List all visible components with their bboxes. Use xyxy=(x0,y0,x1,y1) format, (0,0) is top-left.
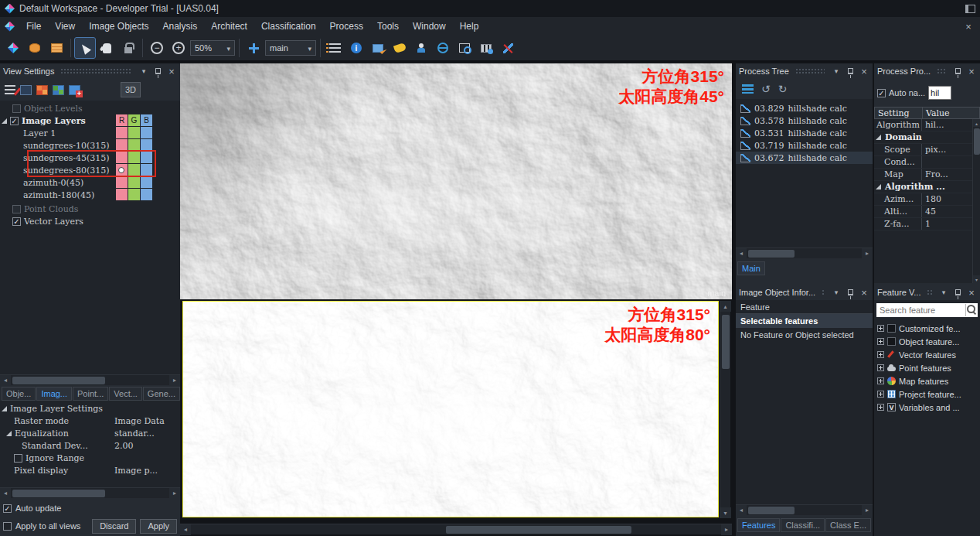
r-cell[interactable] xyxy=(116,189,128,200)
property-row[interactable]: Cond... xyxy=(874,156,972,169)
settings-row[interactable]: Standard Dev... 2.00 xyxy=(0,439,180,452)
horizontal-scrollbar[interactable] xyxy=(180,524,732,534)
property-row[interactable]: Map Fro... xyxy=(874,169,972,181)
b-cell[interactable] xyxy=(141,176,152,188)
layer-mixing-icon[interactable] xyxy=(325,38,345,58)
chevron-down-icon[interactable] xyxy=(831,66,842,77)
grid-settings-icon[interactable] xyxy=(476,38,496,58)
scroll-left-icon[interactable] xyxy=(0,488,11,499)
layer-row[interactable]: Layer 1 xyxy=(0,127,180,139)
object-info-icon[interactable] xyxy=(346,38,366,58)
close-icon[interactable] xyxy=(859,66,869,77)
menu-analysis[interactable]: Analysis xyxy=(156,19,205,34)
expand-plus-icon[interactable] xyxy=(877,391,884,398)
scroll-right-icon[interactable] xyxy=(862,505,873,516)
process-list-icon[interactable] xyxy=(742,84,754,94)
scroll-right-icon[interactable] xyxy=(862,248,873,259)
drag-handle[interactable] xyxy=(927,289,932,295)
menu-architect[interactable]: Architect xyxy=(204,19,254,34)
settings-row[interactable]: Equalization standar... xyxy=(0,427,180,439)
r-cell[interactable] xyxy=(116,127,128,138)
scroll-down-icon[interactable] xyxy=(720,507,731,518)
g-cell[interactable] xyxy=(128,139,140,151)
settings-row[interactable]: Raster mode Image Data xyxy=(0,415,180,427)
settings-root-row[interactable]: Image Layer Settings xyxy=(0,402,180,415)
tree-item-image-layers[interactable]: Image Layers R G B xyxy=(0,114,180,127)
classification-view-icon[interactable] xyxy=(390,38,410,58)
expand-plus-icon[interactable] xyxy=(877,325,884,332)
menu-tools[interactable]: Tools xyxy=(370,19,406,34)
layer-row[interactable]: azimuth-180(45) xyxy=(0,189,180,201)
close-icon[interactable] xyxy=(859,287,869,298)
settings-row[interactable]: Ignore Range xyxy=(0,452,180,464)
checkbox[interactable] xyxy=(12,205,21,213)
property-group-row[interactable]: Domain xyxy=(874,131,972,144)
expand-plus-icon[interactable] xyxy=(877,377,884,384)
property-row[interactable]: Azim... 180 xyxy=(874,193,972,206)
r-cell[interactable] xyxy=(116,176,128,188)
viewport-hillshade-45[interactable]: 方位角315° 太阳高度角45° main xyxy=(180,63,732,299)
scroll-left-icon[interactable] xyxy=(736,248,747,259)
checkbox[interactable] xyxy=(14,454,22,463)
process-item[interactable]: 03.578 hillshade calc xyxy=(736,114,873,127)
menu-process[interactable]: Process xyxy=(323,19,370,34)
drag-handle[interactable] xyxy=(60,68,132,74)
expand-plus-icon[interactable] xyxy=(877,351,884,358)
scroll-left-icon[interactable] xyxy=(180,524,191,535)
g-cell[interactable] xyxy=(128,152,140,163)
b-cell[interactable] xyxy=(141,189,152,200)
auto-name-checkbox[interactable] xyxy=(877,89,886,97)
apply-button[interactable]: Apply xyxy=(140,519,177,534)
chevron-down-icon[interactable] xyxy=(831,287,842,298)
expand-plus-icon[interactable] xyxy=(877,364,884,371)
r-cell[interactable] xyxy=(116,152,128,163)
vertical-scrollbar[interactable] xyxy=(720,301,730,518)
apply-all-checkbox[interactable] xyxy=(3,522,12,531)
b-cell[interactable] xyxy=(141,127,152,138)
drag-handle[interactable] xyxy=(795,68,825,74)
zoom-level-select[interactable]: 50% xyxy=(190,40,235,56)
property-row[interactable]: Z-fa... 1 xyxy=(874,218,972,230)
scroll-right-icon[interactable] xyxy=(169,375,180,386)
feature-group-customized[interactable]: Customized fe... xyxy=(877,322,980,335)
property-row[interactable]: Alti... 45 xyxy=(874,206,972,218)
search-input[interactable] xyxy=(880,306,965,315)
layer-row[interactable]: sundegrees-80(315) xyxy=(0,164,180,176)
horizontal-scrollbar[interactable] xyxy=(0,374,180,385)
feature-group-point[interactable]: Point features xyxy=(877,361,980,374)
menu-view[interactable]: View xyxy=(48,19,82,34)
b-cell[interactable] xyxy=(141,164,152,176)
close-icon[interactable] xyxy=(966,287,977,298)
samples-icon[interactable] xyxy=(411,38,431,58)
auto-update-checkbox[interactable] xyxy=(3,504,12,513)
property-row[interactable]: Scope pix... xyxy=(874,144,972,156)
menu-help[interactable]: Help xyxy=(453,19,486,34)
scroll-up-icon[interactable] xyxy=(973,119,980,127)
layer-row[interactable]: sundegrees-10(315) xyxy=(0,139,180,152)
tab-classification[interactable]: Classifi... xyxy=(781,518,825,532)
expander-icon[interactable] xyxy=(876,135,881,143)
update-view-icon[interactable] xyxy=(433,38,453,58)
drag-handle[interactable] xyxy=(937,68,946,74)
layer-row[interactable]: azimuth-0(45) xyxy=(0,176,180,189)
split-view-orange-icon[interactable] xyxy=(36,85,48,95)
add-layer-icon[interactable] xyxy=(69,85,80,95)
edit-disabled-icon[interactable] xyxy=(498,38,518,58)
layer-row[interactable]: sundegrees-45(315) xyxy=(0,152,180,164)
tab-point[interactable]: Point... xyxy=(73,387,108,401)
menu-classification[interactable]: Classification xyxy=(254,19,323,34)
process-item[interactable]: 03.719 hillshade calc xyxy=(736,139,873,152)
expander-icon[interactable] xyxy=(876,184,881,193)
3d-toggle-button[interactable]: 3D xyxy=(121,82,141,97)
active-layer-dot[interactable] xyxy=(118,167,124,173)
expand-plus-icon[interactable] xyxy=(877,404,884,411)
horizontal-scrollbar[interactable] xyxy=(736,248,873,258)
redo-icon[interactable] xyxy=(778,83,788,95)
scroll-left-icon[interactable] xyxy=(0,375,11,386)
expander-icon[interactable] xyxy=(2,406,7,411)
expander-icon[interactable] xyxy=(2,118,7,124)
checkbox[interactable] xyxy=(12,104,21,113)
feature-group-project[interactable]: Project feature... xyxy=(877,387,980,401)
edit-image-layer-icon[interactable] xyxy=(368,38,388,58)
feature-group-map[interactable]: Map features xyxy=(877,374,980,387)
